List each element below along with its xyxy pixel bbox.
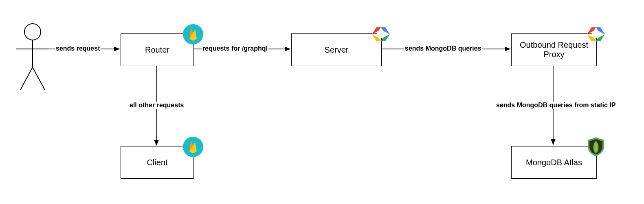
node-router: Router	[121, 33, 194, 66]
mongodb-icon	[586, 137, 606, 157]
node-server: Server	[291, 33, 382, 66]
node-label: Outbound Request Proxy	[517, 40, 591, 59]
svg-line-5	[33, 67, 45, 90]
node-label: MongoDB Atlas	[526, 158, 582, 167]
actor-icon	[16, 24, 49, 90]
gcp-icon	[371, 24, 391, 44]
node-proxy: Outbound Request Proxy	[511, 33, 597, 66]
gcp-icon	[586, 24, 606, 44]
svg-marker-22	[591, 31, 600, 38]
node-label: Client	[147, 158, 167, 167]
svg-point-1	[24, 24, 41, 40]
edge-label-proxy-atlas: sends MongoDB queries from static IP	[495, 102, 616, 109]
edge-label-server-proxy: sends MongoDB queries	[404, 45, 482, 52]
edge-label-router-client: all other requests	[129, 102, 185, 109]
node-label: Server	[325, 45, 349, 55]
node-client: Client	[121, 146, 194, 179]
svg-marker-17	[376, 31, 385, 38]
edge-label-actor-router: sends request	[55, 45, 101, 52]
firebase-icon	[183, 137, 203, 157]
node-atlas: MongoDB Atlas	[511, 146, 597, 179]
firebase-icon	[183, 24, 203, 44]
svg-line-4	[20, 67, 33, 90]
edge-label-router-server: requests for /graphql	[202, 45, 268, 52]
node-label: Router	[145, 45, 169, 55]
